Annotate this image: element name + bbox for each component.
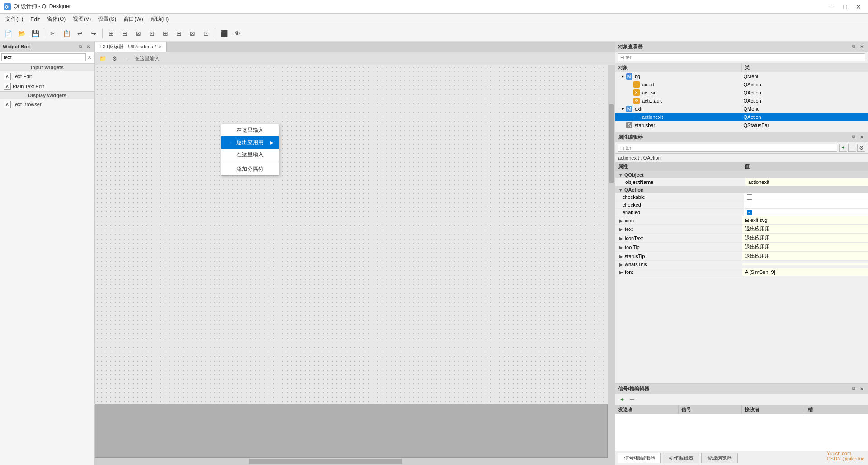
search-clear-button[interactable]: ✕ [86, 54, 93, 61]
tab-action-editor[interactable]: 动作编辑器 [663, 453, 699, 463]
prop-group-qobject[interactable]: ▾ QObject [615, 171, 868, 178]
prop-row-font[interactable]: ▶ font A [SimSun, 9] [615, 268, 868, 276]
tab-close-icon[interactable]: ✕ [158, 44, 162, 49]
icontext-expand[interactable]: ▶ [619, 236, 623, 241]
obj-inspector-float-btn[interactable]: ⧉ [850, 43, 857, 50]
signal-delete-button[interactable]: ─ [628, 395, 636, 404]
tree-row-acrt[interactable]: → ac...rt QAction [615, 80, 868, 89]
tooltip-expand[interactable]: ▶ [619, 245, 623, 250]
canvas-folder-btn[interactable]: 📁 [98, 54, 108, 64]
prop-row-statustip[interactable]: ▶ statusTip 退出应用用 [615, 252, 868, 261]
canvas-tab[interactable]: TXT阅读器 - UIReader.ui* ✕ [95, 42, 167, 52]
signal-editor-float-btn[interactable]: ⧉ [850, 385, 857, 392]
widget-item-text-browser[interactable]: A Text Browser [0, 99, 94, 109]
tab-resource-browser[interactable]: 资源浏览器 [701, 453, 738, 463]
prop-remove-btn[interactable]: ─ [848, 144, 856, 152]
prop-row-whatisthis[interactable]: ▶ whatsThis [615, 261, 868, 268]
layout7-button[interactable]: ⊠ [186, 27, 199, 40]
prop-editor-close-btn[interactable]: ✕ [858, 133, 865, 141]
cut-button[interactable]: ✂ [47, 27, 59, 40]
prop-row-tooltip[interactable]: ▶ toolTip 退出应用用 [615, 243, 868, 252]
qaction-expand-icon[interactable]: ▾ [618, 188, 623, 193]
canvas-arrow-btn[interactable]: → [121, 54, 131, 64]
prop-row-icon[interactable]: ▶ icon ⊞ exit.svg [615, 216, 868, 225]
vertical-scrollbar-thumb[interactable] [609, 104, 614, 183]
close-button[interactable]: ✕ [853, 2, 864, 11]
signal-add-button[interactable]: + [618, 395, 626, 404]
tree-row-acse[interactable]: ✕ ac...se QAction [615, 89, 868, 97]
undo-button[interactable]: ↩ [74, 27, 86, 40]
widget-item-plain-text-edit[interactable]: A Plain Text Edit [0, 81, 94, 91]
whatisthis-expand[interactable]: ▶ [619, 262, 623, 267]
prop-row-enabled[interactable]: enabled ✓ [615, 209, 868, 216]
menu-view[interactable]: 视图(V) [69, 14, 94, 24]
tree-row-statusbar[interactable]: S statusbar QStatusBar [615, 121, 868, 129]
prop-value-icontext[interactable]: 退出应用用 [742, 234, 868, 242]
canvas-settings-btn[interactable]: ⚙ [109, 54, 119, 64]
prop-value-checkable[interactable] [744, 193, 868, 201]
canvas-design-area[interactable]: 在这里输入 → 退出应用用 ▶ 在这里输入 添加分隔符 [95, 65, 608, 458]
layout4-button[interactable]: ⊡ [146, 27, 158, 40]
tree-expand-bg[interactable]: ▾ [620, 74, 625, 79]
widget-search-input[interactable] [1, 53, 86, 61]
prop-value-enabled[interactable]: ✓ [744, 209, 868, 216]
enabled-checkbox[interactable]: ✓ [747, 210, 752, 215]
prop-row-icontext[interactable]: ▶ iconText 退出应用用 [615, 234, 868, 243]
vertical-scrollbar[interactable] [608, 65, 615, 458]
menu-help[interactable]: 帮助(H) [147, 14, 173, 24]
layout3-button[interactable]: ⊠ [132, 27, 145, 40]
prop-value-tooltip[interactable]: 退出应用用 [742, 243, 868, 251]
checked-checkbox[interactable] [747, 202, 752, 207]
qobject-expand-icon[interactable]: ▾ [618, 173, 623, 178]
context-menu-item-separator[interactable]: 添加分隔符 [221, 163, 279, 175]
tree-row-actiault[interactable]: ⚙ acti...ault QAction [615, 97, 868, 105]
menu-window[interactable]: 窗口(W) [120, 14, 146, 24]
save-button[interactable]: 💾 [29, 27, 42, 40]
context-menu-item-input-here[interactable]: 在这里输入 [221, 149, 279, 161]
prop-row-checked[interactable]: checked [615, 201, 868, 209]
prop-value-whatisthis[interactable] [742, 263, 868, 265]
layout6-button[interactable]: ⊟ [173, 27, 185, 40]
checkable-checkbox[interactable] [747, 194, 752, 200]
prop-value-objectname[interactable]: actionexit [745, 178, 868, 186]
prop-value-checked[interactable] [744, 201, 868, 208]
maximize-button[interactable]: □ [839, 2, 851, 11]
horizontal-scrollbar-thumb[interactable] [249, 459, 402, 464]
context-menu-item-exit[interactable]: → 退出应用用 ▶ [221, 136, 279, 149]
tree-row-actionexit[interactable]: → actionexit QAction [615, 113, 868, 121]
text-expand[interactable]: ▶ [619, 227, 623, 232]
horizontal-scrollbar[interactable] [95, 458, 608, 465]
prop-value-font[interactable]: A [SimSun, 9] [742, 268, 868, 276]
prop-editor-float-btn[interactable]: ⧉ [850, 133, 857, 141]
prop-add-btn[interactable]: + [839, 144, 847, 152]
font-expand[interactable]: ▶ [619, 270, 623, 275]
prop-value-statustip[interactable]: 退出应用用 [742, 252, 868, 260]
widget-box-float-button[interactable]: ⧉ [76, 43, 84, 50]
tab-signal-slot-editor[interactable]: 信号/槽编辑器 [618, 453, 661, 463]
layout5-button[interactable]: ⊞ [159, 27, 172, 40]
tree-row-exit[interactable]: ▾ M exit QMenu [615, 105, 868, 113]
preview-button[interactable]: 👁 [231, 27, 244, 40]
prop-config-btn[interactable]: ⚙ [857, 144, 865, 152]
menu-edit[interactable]: Edit [27, 15, 43, 23]
menu-settings[interactable]: 设置(S) [94, 14, 120, 24]
layout2-button[interactable]: ⊟ [118, 27, 131, 40]
obj-inspector-close-btn[interactable]: ✕ [858, 43, 865, 50]
layout1-button[interactable]: ⊞ [105, 27, 118, 40]
prop-value-icon[interactable]: ⊞ exit.svg [742, 216, 868, 224]
copy-button[interactable]: 📋 [60, 27, 73, 40]
redo-button[interactable]: ↪ [87, 27, 100, 40]
statustip-expand[interactable]: ▶ [619, 254, 623, 259]
widget-item-text-edit[interactable]: A Text Edit [0, 71, 94, 81]
open-button[interactable]: 📂 [15, 27, 28, 40]
widget-box-close-button[interactable]: ✕ [85, 43, 92, 50]
prop-group-qaction[interactable]: ▾ QAction [615, 186, 868, 193]
minimize-button[interactable]: ─ [826, 2, 837, 11]
prop-row-objectname[interactable]: objectName actionexit [615, 178, 868, 186]
context-menu-item-insert[interactable]: 在这里输入 [221, 124, 279, 136]
tree-row-bg[interactable]: ▾ M bg QMenu [615, 72, 868, 80]
layout8-button[interactable]: ⊡ [200, 27, 212, 40]
prop-value-text[interactable]: 退出应用用 [742, 225, 868, 233]
menu-form[interactable]: 窗体(O) [43, 14, 69, 24]
stop-button[interactable]: ⬛ [217, 27, 230, 40]
